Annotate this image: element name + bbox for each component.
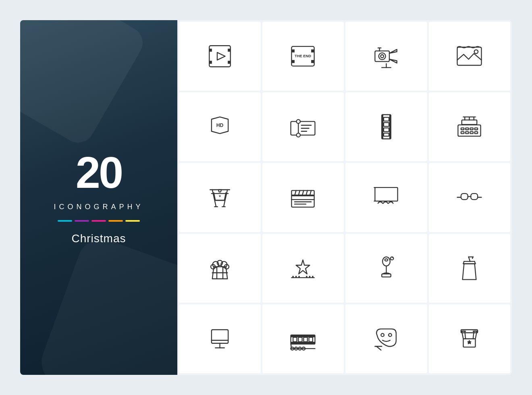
- movie-camera-icon: [371, 41, 401, 71]
- movie-camera-cell: [345, 22, 427, 91]
- svg-rect-46: [462, 120, 477, 125]
- svg-rect-44: [470, 132, 474, 134]
- svg-point-91: [306, 276, 308, 277]
- color-bar-4: [108, 220, 123, 222]
- director-chair2-cell: [429, 304, 511, 373]
- oscar-award-cell: [345, 234, 427, 303]
- svg-rect-31: [382, 115, 383, 139]
- svg-rect-10: [311, 60, 314, 63]
- star-walk-icon: [288, 253, 318, 283]
- svg-text:★: ★: [218, 194, 221, 198]
- svg-point-122: [381, 333, 384, 337]
- svg-rect-97: [382, 274, 391, 277]
- svg-rect-36: [384, 133, 389, 137]
- svg-rect-38: [461, 128, 464, 130]
- svg-rect-33: [384, 117, 389, 121]
- svg-point-99: [392, 257, 393, 258]
- svg-point-96: [385, 259, 388, 261]
- typewriter-icon: [454, 112, 484, 142]
- svg-point-13: [379, 53, 386, 60]
- clapperboard-cell: [262, 163, 344, 232]
- svg-rect-32: [389, 115, 391, 139]
- svg-point-88: [293, 276, 294, 277]
- svg-rect-35: [384, 128, 389, 132]
- monitor-stand-icon: [205, 324, 235, 354]
- film-play-icon: [205, 41, 235, 71]
- film-strip-icon: [371, 112, 401, 142]
- the-end-icon: THE END: [288, 41, 318, 71]
- main-container: 20 ICONOGRAPHY Christmas: [20, 20, 512, 375]
- svg-text:HD: HD: [216, 123, 223, 128]
- subtitle-label: ICONOGRAPHY: [54, 203, 143, 211]
- color-bar-5: [125, 220, 140, 222]
- svg-rect-74: [461, 194, 468, 200]
- landscape-photo-icon: [454, 41, 484, 71]
- theater-mask-icon: [371, 324, 401, 354]
- category-title: Christmas: [71, 232, 126, 245]
- svg-marker-16: [389, 59, 397, 63]
- svg-line-51: [212, 190, 216, 207]
- left-panel: 20 ICONOGRAPHY Christmas: [20, 20, 177, 375]
- svg-point-123: [389, 333, 392, 337]
- svg-point-92: [309, 276, 311, 277]
- svg-rect-43: [466, 132, 469, 134]
- svg-marker-128: [468, 341, 471, 344]
- oscar-award-icon: [371, 253, 401, 283]
- svg-rect-9: [292, 60, 295, 63]
- svg-marker-86: [296, 260, 310, 274]
- svg-rect-34: [384, 123, 389, 126]
- directors-chair-icon: ★: [205, 182, 235, 212]
- svg-text:THE END: THE END: [295, 54, 311, 58]
- popcorn-icon: [205, 253, 235, 283]
- cinema-screen-icon: [371, 182, 401, 212]
- svg-marker-58: [218, 190, 222, 192]
- color-bar-2: [75, 220, 89, 222]
- svg-point-89: [295, 276, 297, 277]
- svg-point-25: [297, 120, 300, 123]
- the-end-cell: THE END: [262, 22, 344, 91]
- svg-rect-114: [293, 337, 297, 342]
- director-chair2-icon: [454, 324, 484, 354]
- film-play-cell: [179, 22, 261, 91]
- clapperboard-icon: [288, 182, 318, 212]
- svg-rect-75: [471, 194, 478, 200]
- svg-rect-37: [458, 125, 481, 136]
- popcorn-cell: [179, 234, 261, 303]
- film-roll-icon: [288, 324, 318, 354]
- soda-drink-cell: [429, 234, 511, 303]
- hd-display-icon: HD: [205, 112, 235, 142]
- directors-chair-cell: ★: [179, 163, 261, 232]
- svg-rect-3: [209, 61, 212, 64]
- svg-point-98: [391, 257, 394, 260]
- svg-rect-40: [470, 128, 474, 130]
- svg-rect-7: [292, 50, 295, 53]
- cinema-screen-cell: [345, 163, 427, 232]
- 3d-glasses-cell: [429, 163, 511, 232]
- svg-rect-107: [212, 330, 228, 343]
- icon-grid: THE END: [177, 20, 512, 375]
- svg-rect-42: [461, 132, 464, 134]
- svg-rect-115: [299, 337, 302, 342]
- movie-ticket-icon: [288, 112, 318, 142]
- svg-rect-117: [309, 337, 313, 342]
- svg-rect-1: [209, 49, 212, 52]
- movie-ticket-cell: [262, 92, 344, 161]
- svg-marker-5: [217, 52, 225, 60]
- svg-rect-39: [466, 128, 469, 130]
- color-bars: [58, 220, 140, 222]
- svg-rect-60: [292, 195, 314, 207]
- svg-line-104: [469, 257, 470, 261]
- monitor-stand-cell: [179, 304, 261, 373]
- svg-point-21: [474, 50, 478, 54]
- svg-line-52: [224, 190, 227, 207]
- svg-rect-2: [228, 49, 231, 52]
- svg-rect-4: [228, 61, 231, 64]
- film-roll-cell: [262, 304, 344, 373]
- svg-rect-45: [475, 132, 478, 134]
- typewriter-cell: [429, 92, 511, 161]
- svg-point-26: [297, 133, 300, 137]
- color-bar-3: [91, 220, 106, 222]
- svg-line-124: [376, 346, 381, 350]
- svg-marker-15: [389, 50, 397, 53]
- svg-rect-41: [475, 128, 478, 130]
